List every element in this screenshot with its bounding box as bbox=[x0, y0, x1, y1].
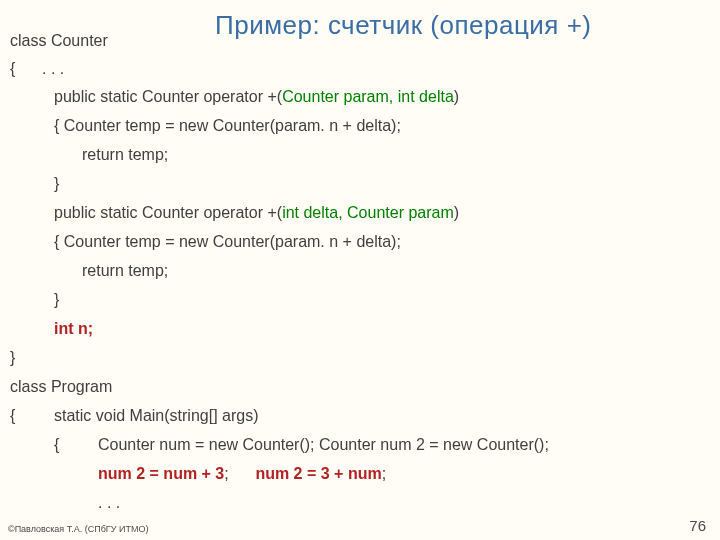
code-field-n: int n; bbox=[54, 320, 93, 338]
code-expr-1: num 2 = num + 3 bbox=[98, 465, 224, 482]
code-main-body-2: num 2 = num + 3; num 2 = 3 + num; bbox=[98, 465, 386, 483]
slide: Пример: счетчик (операция +) class Count… bbox=[0, 0, 720, 540]
page-number: 76 bbox=[689, 517, 706, 534]
code-params-2: int delta, Counter param bbox=[282, 204, 454, 221]
code-text: public static Counter operator +( bbox=[54, 204, 282, 221]
code-line-1: class Counter bbox=[10, 32, 108, 50]
code-ellipsis-2: . . . bbox=[98, 494, 120, 512]
code-text: ) bbox=[454, 88, 459, 105]
code-brace-open-3: { bbox=[54, 436, 59, 454]
code-ellipsis-1: . . . bbox=[42, 60, 64, 78]
footer-copyright: ©Павловская Т.А. (СПбГУ ИТМО) bbox=[8, 524, 148, 534]
code-text: ) bbox=[454, 204, 459, 221]
code-brace-open-1: { bbox=[10, 60, 15, 78]
code-expr-2: num 2 = 3 + num bbox=[255, 465, 381, 482]
code-params-1: Counter param, int delta bbox=[282, 88, 454, 105]
code-brace-close-1: } bbox=[54, 175, 59, 193]
code-text: ; bbox=[224, 465, 228, 482]
code-main-body-1: Counter num = new Counter(); Counter num… bbox=[98, 436, 549, 454]
code-text: public static Counter operator +( bbox=[54, 88, 282, 105]
code-brace-close-class: } bbox=[10, 349, 15, 367]
code-class-program: class Program bbox=[10, 378, 112, 396]
code-text: ; bbox=[382, 465, 386, 482]
code-body-2b: return temp; bbox=[82, 262, 168, 280]
code-op-decl-1: public static Counter operator +(Counter… bbox=[54, 88, 459, 106]
code-body-1b: return temp; bbox=[82, 146, 168, 164]
code-main-decl: static void Main(string[] args) bbox=[54, 407, 259, 425]
code-body-2a: { Counter temp = new Counter(param. n + … bbox=[54, 233, 401, 251]
code-body-1a: { Counter temp = new Counter(param. n + … bbox=[54, 117, 401, 135]
slide-title: Пример: счетчик (операция +) bbox=[215, 10, 591, 41]
code-brace-open-2: { bbox=[10, 407, 15, 425]
code-brace-close-2: } bbox=[54, 291, 59, 309]
code-op-decl-2: public static Counter operator +(int del… bbox=[54, 204, 459, 222]
